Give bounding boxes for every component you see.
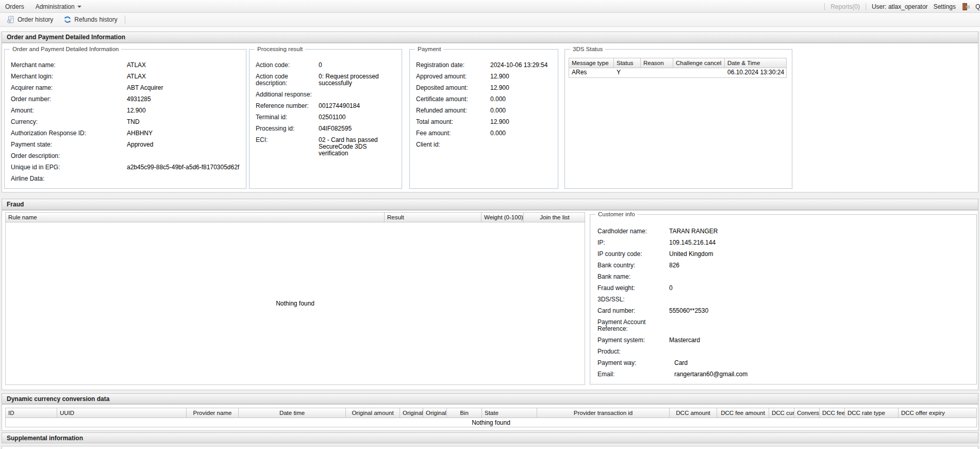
field-value: 02 - Card has passed SecureCode 3DS veri…: [319, 137, 397, 157]
field-value: 4931285: [127, 96, 242, 103]
field-value: [319, 91, 397, 98]
menu-orders-label: Orders: [5, 3, 24, 10]
column-header[interactable]: DCC rate type: [845, 408, 899, 418]
field-row: Total amount: 12.900: [416, 119, 554, 125]
column-header[interactable]: DCC amount: [670, 408, 717, 418]
column-header[interactable]: Date & Time: [725, 58, 787, 68]
field-value: [127, 175, 242, 182]
table-cell: Y: [614, 68, 641, 77]
field-row: Payment system: Mastercard: [597, 337, 972, 344]
column-header[interactable]: Provider name: [187, 408, 239, 418]
menu-settings[interactable]: Settings: [934, 3, 956, 10]
field-row: Fraud weight: 0: [597, 285, 972, 292]
column-header[interactable]: State: [482, 408, 537, 418]
order-history-button[interactable]: Order history: [4, 14, 56, 25]
menu-administration[interactable]: Administration: [36, 3, 81, 10]
field-label: Action code:: [256, 62, 319, 69]
field-row: Terminal id: 02501100: [256, 114, 397, 121]
field-label: Terminal id:: [256, 114, 319, 121]
field-label: Payment way:: [597, 360, 669, 366]
field-row: Acquirer name: ABT Acquirer: [11, 85, 242, 91]
field-label: Bank country:: [597, 262, 669, 269]
chevron-down-icon: [77, 6, 81, 8]
column-header[interactable]: Original amount: [346, 408, 400, 418]
dcc-table-header: IDUUIDProvider nameDate timeOriginal amo…: [5, 408, 977, 418]
refunds-history-icon: [63, 15, 72, 24]
field-value: 12.900: [490, 85, 554, 91]
field-rows: Cardholder name: TARAN RANGER IP: 109.14…: [590, 215, 976, 384]
field-rows: Registration date: 2024-10-06 13:29:54 A…: [410, 50, 558, 188]
section-title: Fraud: [7, 201, 24, 208]
field-value: ATLAX: [127, 73, 242, 80]
field-label: Airline Data:: [11, 175, 127, 182]
column-header[interactable]: Reason: [641, 58, 673, 68]
refunds-history-button[interactable]: Refunds history: [60, 14, 120, 25]
field-row: Deposited amount: 12.900: [416, 85, 554, 91]
field-row: Registration date: 2024-10-06 13:29:54: [416, 62, 554, 69]
field-value: [669, 319, 972, 332]
column-header[interactable]: Original f: [400, 408, 423, 418]
processing-result-fieldset: Processing result Action code: 0 Action …: [249, 49, 402, 189]
field-row: Unique id in EPG: a2b45c99-88c5-49bf-a5d…: [11, 164, 242, 171]
refunds-history-label: Refunds history: [74, 16, 117, 23]
field-label: Payment system:: [597, 337, 669, 344]
section-header-order-info: Order and Payment Detailed Information: [2, 31, 978, 43]
section-header-supplemental: Supplemental information: [2, 432, 978, 443]
field-row: Merchant name: ATLAX: [11, 62, 242, 69]
app-window: Orders Administration Reports(0) User: a…: [0, 0, 980, 449]
column-header[interactable]: Original c: [423, 408, 447, 418]
column-header[interactable]: Message type: [569, 58, 614, 68]
column-header[interactable]: DCC fee: [820, 408, 845, 418]
field-row: Payment way: Card: [597, 360, 972, 366]
field-row: Bank name:: [597, 274, 972, 280]
field-value: 555060**2530: [669, 308, 972, 314]
column-header[interactable]: DCC curr: [769, 408, 794, 418]
column-header[interactable]: Rule name: [6, 213, 385, 222]
fraud-table-body: Nothing found: [5, 222, 585, 385]
column-header[interactable]: Result: [385, 213, 481, 222]
column-header[interactable]: ID: [6, 408, 57, 418]
column-header[interactable]: Bin: [447, 408, 482, 418]
field-value: [127, 153, 242, 159]
field-value: 0: [669, 285, 972, 292]
column-header[interactable]: UUID: [57, 408, 187, 418]
field-label: Certificate amount:: [416, 96, 490, 103]
column-header[interactable]: Conversi: [794, 408, 820, 418]
field-label: Order description:: [11, 153, 127, 159]
field-label: IP:: [597, 239, 669, 246]
column-header[interactable]: Join the list: [524, 213, 586, 222]
field-row: 3DS/SSL:: [597, 296, 972, 303]
field-label: Reference number:: [256, 103, 319, 109]
section-title: Supplemental information: [7, 435, 83, 442]
field-row: Certificate amount: 0.000: [416, 96, 554, 103]
field-row: Fee amount: 0.000: [416, 130, 554, 137]
field-value: rangertaran60@gmail.com: [669, 371, 972, 378]
menu-reports[interactable]: Reports(0): [830, 3, 860, 10]
column-header[interactable]: DCC offer expiry: [899, 408, 977, 418]
field-label: Authorization Response ID:: [11, 130, 127, 137]
field-label: Client id:: [416, 141, 490, 148]
field-label: Amount:: [11, 107, 127, 114]
column-header[interactable]: Date time: [239, 408, 346, 418]
field-value: [669, 296, 972, 303]
section-header-fraud: Fraud: [2, 199, 978, 210]
field-label: Refunded amount:: [416, 107, 490, 114]
toolbar-divider: [125, 15, 125, 24]
column-header[interactable]: Weight (0-100): [481, 213, 524, 222]
field-row: Payment state: Approved: [11, 141, 242, 148]
menu-quit[interactable]: Quit: [975, 3, 980, 10]
column-header[interactable]: Provider transaction id: [537, 408, 670, 418]
menu-orders[interactable]: Orders: [5, 3, 24, 10]
column-header[interactable]: DCC fee amount: [717, 408, 769, 418]
column-header[interactable]: Status: [614, 58, 641, 68]
field-label: Total amount:: [416, 119, 490, 125]
field-value: Card: [669, 360, 972, 366]
table-cell: 06.10.2024 13:30:24: [725, 68, 787, 77]
customer-info-fieldset: Customer info Cardholder name: TARAN RAN…: [590, 214, 977, 384]
exit-door-icon[interactable]: [961, 3, 970, 11]
column-header[interactable]: Challenge cancel: [673, 58, 725, 68]
field-row: Authorization Response ID: AHBHNY: [11, 130, 242, 137]
field-row: Product:: [597, 348, 972, 355]
field-row: Refunded amount: 0.000: [416, 107, 554, 114]
field-row: Amount: 12.900: [11, 107, 242, 114]
